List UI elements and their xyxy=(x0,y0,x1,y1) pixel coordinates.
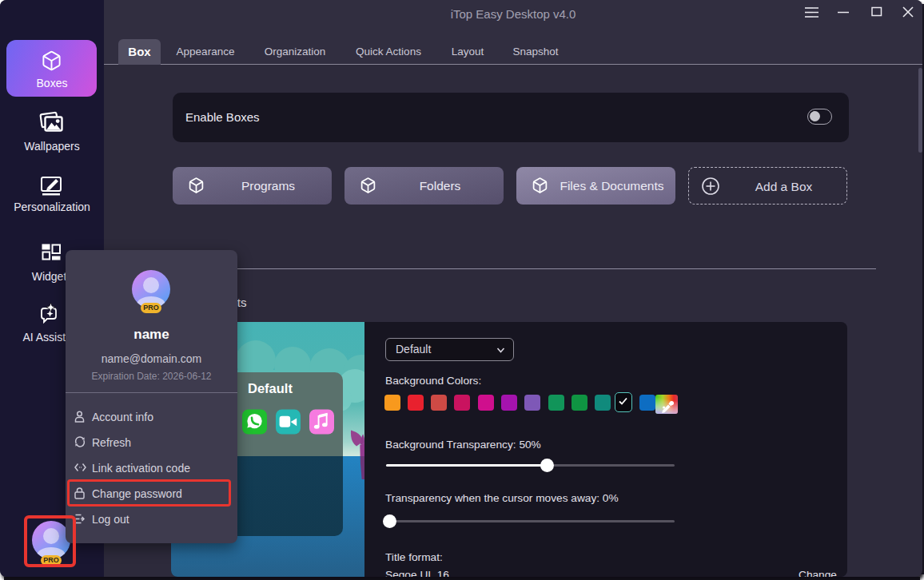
svg-text:Default: Default xyxy=(248,381,293,395)
